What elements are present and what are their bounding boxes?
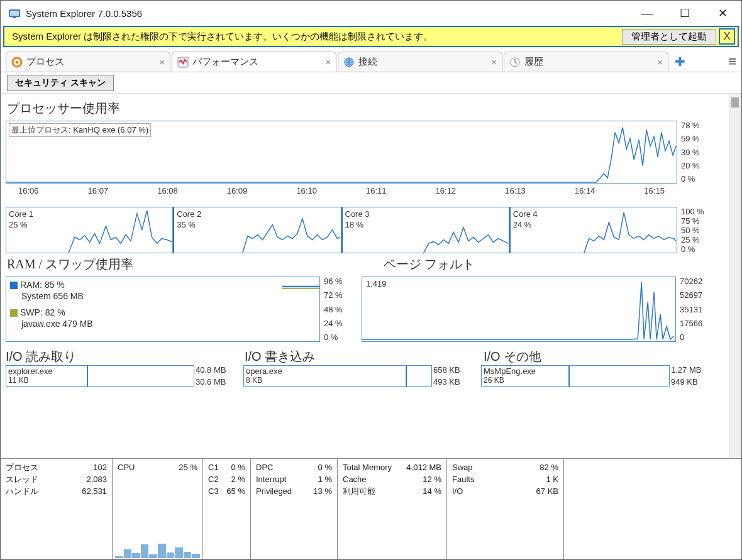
cpu-usage-chart[interactable]: 最上位プロセス: KanHQ.exe (6.07 %) — [6, 121, 677, 184]
banner-close-button[interactable]: X — [719, 28, 735, 45]
window-close-button[interactable] — [704, 1, 741, 26]
security-scan-button[interactable]: セキュリティ スキャン — [7, 75, 114, 91]
menu-icon[interactable]: ≡ — [728, 53, 736, 70]
app-icon — [8, 7, 21, 19]
minimize-button[interactable] — [628, 1, 666, 26]
window-title: System Explorer 7.0.0.5356 — [26, 8, 142, 19]
core3-chart[interactable]: Core 318 % — [341, 207, 509, 253]
ram-yaxis: 96 %72 %48 %24 %0 % — [320, 277, 352, 342]
io-read-title: I/O 読み取り — [6, 348, 245, 365]
io-write-chart[interactable]: opera.exe8 KB — [243, 365, 432, 387]
status-col-swap-io: Swap82 % Faults1 K I/O67 KB — [447, 459, 564, 560]
performance-panel: プロセッサー使用率 最上位プロセス: KanHQ.exe (6.07 %) 78… — [1, 94, 741, 458]
status-col-cpu: CPU25 % — [113, 459, 203, 560]
maximize-button[interactable] — [666, 1, 704, 26]
core1-chart[interactable]: Core 125 % — [6, 207, 173, 253]
tab-label: 履歴 — [524, 56, 543, 68]
banner-message: System Explorer は制限された権限の下で実行されています。いくつか… — [12, 31, 433, 43]
status-col-processes: プロセス102 スレッド2,083 ハンドル62,531 — [1, 459, 113, 560]
tab-label: 接続 — [358, 56, 377, 68]
performance-icon — [177, 57, 189, 68]
io-write-title: I/O 書き込み — [245, 348, 484, 365]
cpu-xaxis: 16:0616:0716:0816:0916:1016:1116:1216:13… — [6, 184, 677, 195]
tab-connections[interactable]: 接続 × — [338, 52, 502, 72]
svg-point-4 — [16, 60, 19, 63]
status-col-cstates: C10 % C22 % C365 % — [203, 459, 251, 560]
ram-section-title: RAM / スワップ使用率 — [7, 256, 133, 273]
tab-close-icon[interactable]: × — [325, 57, 331, 67]
pagefault-chart[interactable]: 1,419 — [362, 277, 676, 342]
toolbar: セキュリティ スキャン — [1, 72, 741, 94]
pagefault-yaxis: 702625269735131175660 — [676, 277, 712, 342]
io-other-title: I/O その他 — [484, 348, 541, 365]
tab-close-icon[interactable]: × — [491, 57, 497, 67]
cpu-yaxis: 78 % 59 % 39 % 20 % 0 % — [677, 121, 712, 184]
run-as-admin-button[interactable]: 管理者として起動 — [622, 29, 716, 45]
status-col-kernel: DPC0 % Interrupt1 % Privileged13 % — [251, 459, 338, 560]
tab-processes[interactable]: プロセス × — [6, 52, 170, 72]
svg-rect-1 — [10, 11, 19, 16]
cpu-section-title: プロセッサー使用率 — [7, 100, 736, 117]
tab-label: プロセス — [26, 56, 64, 68]
tab-label: パフォーマンス — [192, 56, 258, 68]
add-tab-button[interactable]: ✚ — [675, 54, 685, 69]
tab-close-icon[interactable]: × — [657, 57, 663, 67]
io-other-chart[interactable]: MsMpEng.exe26 KB — [481, 365, 670, 387]
limited-privilege-banner: System Explorer は制限された権限の下で実行されています。いくつか… — [3, 26, 739, 47]
cpu-sparkbar — [115, 542, 200, 558]
tab-history[interactable]: 履歴 × — [504, 52, 668, 72]
scrollbar[interactable] — [729, 94, 741, 458]
gear-icon — [11, 57, 23, 68]
cores-yaxis: 100 %75 %50 %25 %0 % — [677, 207, 712, 253]
tab-performance[interactable]: パフォーマンス × — [172, 52, 336, 72]
scroll-thumb[interactable] — [731, 97, 739, 107]
pagefault-section-title: ページ フォルト — [384, 256, 475, 273]
tab-bar: プロセス × パフォーマンス × 接続 × 履歴 × ✚ ≡ — [1, 47, 741, 72]
clock-icon — [509, 57, 521, 68]
globe-icon — [343, 57, 355, 68]
cores-charts: Core 125 % Core 235 % Core 318 % Core 42… — [6, 207, 677, 253]
tab-close-icon[interactable]: × — [159, 57, 165, 67]
ram-swap-chart[interactable]: RAM: 85 % System 656 MB SWP: 82 % javaw.… — [6, 277, 320, 342]
svg-rect-2 — [13, 17, 16, 18]
core2-chart[interactable]: Core 235 % — [173, 207, 341, 253]
io-read-chart[interactable]: explorer.exe11 KB — [6, 365, 194, 387]
status-col-memory: Total Memory4,012 MB Cache12 % 利用可能14 % — [338, 459, 447, 560]
title-bar: System Explorer 7.0.0.5356 — [1, 1, 741, 26]
status-bar: プロセス102 スレッド2,083 ハンドル62,531 CPU25 % C10… — [1, 458, 741, 560]
core4-chart[interactable]: Core 424 % — [509, 207, 677, 253]
